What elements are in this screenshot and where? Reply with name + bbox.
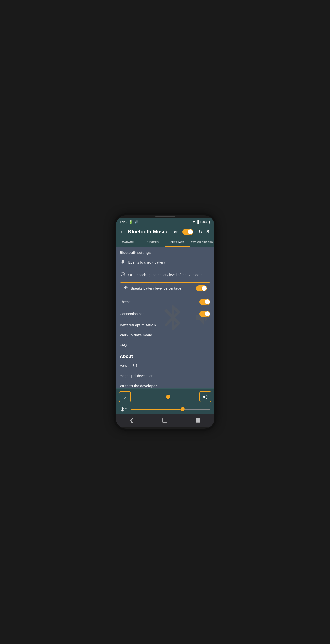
bt-slider-thumb[interactable] [181, 407, 185, 411]
speaks-battery-item[interactable]: Speaks battery level percentage [120, 282, 210, 294]
theme-toggle[interactable] [199, 299, 210, 305]
events-battery-text: Events fo check battery [128, 260, 210, 264]
bottom-controls: ♪ * [116, 388, 214, 414]
tab-settings[interactable]: SETTINGS [165, 238, 190, 247]
theme-toggle-knob [205, 299, 210, 304]
tab-manage[interactable]: MANAGE [116, 238, 141, 247]
battery-optimization-item[interactable]: Battarey optimization [116, 320, 214, 330]
about-text: About [120, 354, 133, 359]
music-button[interactable]: ♪ [119, 391, 131, 402]
back-button[interactable]: ← [120, 229, 125, 235]
about-header: About [116, 350, 214, 361]
off-checking-text: OFF-checking the battery level of the Bl… [128, 273, 210, 277]
signal-icon: ▐ [196, 220, 199, 224]
clock-icon [120, 271, 126, 278]
music-icon: ♪ [124, 394, 126, 400]
tabs-bar: MANAGE DEVICES SETTINGS TWS OR AIRPODS [116, 238, 214, 247]
off-checking-item[interactable]: OFF-checking the battery level of the Bl… [116, 268, 214, 281]
speaker-icon [123, 285, 128, 291]
write-dev-text: Write to the developer [120, 384, 210, 388]
bluetooth-status-icon: ✱ [193, 220, 195, 224]
faq-item[interactable]: FAQ [116, 340, 214, 350]
app-header: ← Bluetooth Music on ↻ [116, 226, 214, 238]
content-area: Bluetooth settings Events fo check batte… [116, 247, 214, 388]
theme-item[interactable]: Theme [116, 296, 214, 308]
app-title: Bluetooth Music [128, 229, 171, 235]
doze-mode-text: Work in doze mode [120, 333, 210, 337]
battery-device-icon: 🔋 [129, 220, 133, 224]
developer-text: magdelphi developer [120, 374, 210, 378]
main-toggle-knob [188, 229, 193, 234]
version-item: Version 3.1 [116, 361, 214, 371]
speaks-text: Speaks battery level percentage [131, 286, 196, 290]
music-slider-track [133, 397, 197, 397]
speaks-toggle-knob [202, 286, 207, 291]
battery-icon: ▮ [209, 220, 210, 224]
battery-optimization-text: Battarey optimization [120, 323, 210, 327]
bt-slider-track [131, 409, 210, 410]
doze-mode-item[interactable]: Work in doze mode [116, 330, 214, 340]
status-left: 17:49 🔋 🔊 [120, 220, 138, 224]
music-slider-fill [133, 397, 168, 397]
bell-icon [120, 259, 126, 265]
bt-slider[interactable] [131, 409, 210, 410]
bt-row-icon: * [120, 406, 127, 412]
speaks-toggle[interactable] [196, 285, 207, 291]
volume-status-icon: 🔊 [134, 220, 138, 224]
nav-back-button[interactable]: ❮ [130, 417, 134, 423]
bt-slider-fill [131, 409, 183, 410]
status-bar: 17:49 🔋 🔊 ✱ ▐ 100% ▮ [116, 218, 214, 226]
time: 17:49 [120, 220, 127, 224]
connection-beep-toggle[interactable] [199, 311, 210, 317]
tab-tws[interactable]: TWS OR AIRPODS [190, 238, 214, 247]
main-toggle[interactable] [182, 229, 193, 235]
bt-volume-row: * [116, 405, 214, 414]
faq-text: FAQ [120, 343, 210, 347]
bluetooth-settings-header: Bluetooth settings [116, 247, 214, 256]
nav-home-button[interactable] [162, 418, 167, 423]
volume-icon [203, 394, 208, 400]
refresh-icon[interactable]: ↻ [199, 229, 202, 235]
events-battery-item[interactable]: Events fo check battery [116, 256, 214, 268]
music-slider-thumb[interactable] [166, 395, 170, 399]
tab-devices[interactable]: DEVICES [140, 238, 165, 247]
nav-recent-button[interactable] [196, 418, 200, 423]
status-right: ✱ ▐ 100% ▮ [193, 220, 210, 224]
volume-button[interactable] [199, 391, 211, 402]
on-label: on [174, 230, 178, 234]
bluetooth-header-icon[interactable] [205, 229, 210, 235]
developer-item: magdelphi developer [116, 371, 214, 381]
music-slider[interactable] [133, 397, 197, 397]
version-text: Version 3.1 [120, 364, 210, 368]
battery-percent: 100% [200, 220, 208, 224]
write-dev-item[interactable]: Write to the developer [116, 381, 214, 388]
connection-beep-toggle-knob [205, 311, 210, 316]
theme-text: Theme [120, 300, 197, 304]
nav-bar: ❮ [116, 414, 214, 427]
music-volume-row: ♪ [116, 389, 214, 405]
connection-beep-text: Connection beep [120, 312, 197, 316]
connection-beep-item[interactable]: Connection beep [116, 308, 214, 320]
